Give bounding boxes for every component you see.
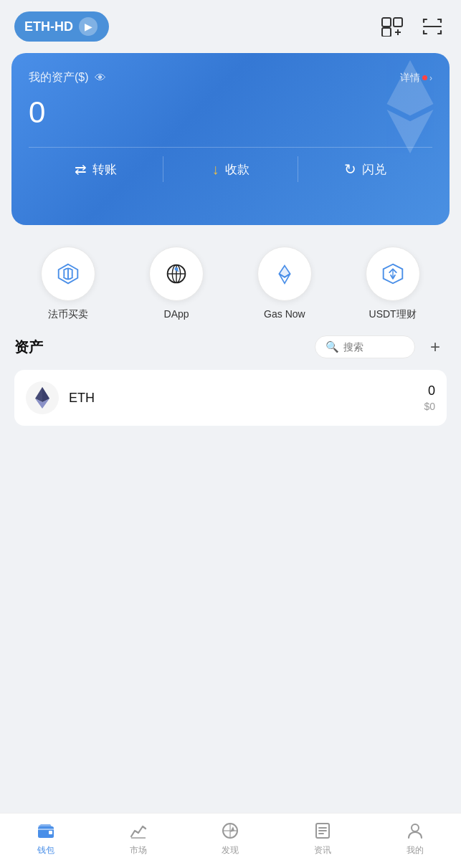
- eth-usd: $0: [424, 401, 435, 412]
- wallet-name: ETH-HD: [24, 19, 73, 34]
- discover-nav-label: 发现: [222, 844, 239, 857]
- usdt-label: USDT理财: [369, 308, 417, 321]
- quick-access: 法币买卖 DApp Gas Now: [0, 225, 461, 335]
- quick-item-fiat[interactable]: 法币买卖: [41, 247, 95, 321]
- fiat-icon-circle: [41, 247, 95, 301]
- news-nav-label: 资讯: [314, 844, 331, 857]
- swap-icon: ↻: [344, 161, 356, 178]
- eye-icon[interactable]: 👁: [95, 72, 106, 85]
- eth-symbol: ETH: [69, 391, 424, 406]
- mine-nav-label: 我的: [407, 844, 424, 857]
- assets-section: 资产 🔍 + ETH 0 $0: [0, 335, 461, 426]
- eth-amount: 0: [424, 383, 435, 399]
- wallet-nav-label: 钱包: [37, 844, 54, 857]
- svg-rect-0: [382, 18, 391, 27]
- svg-point-33: [412, 824, 419, 831]
- wallet-arrow-icon: ▶: [79, 17, 98, 36]
- gasnow-label: Gas Now: [264, 308, 305, 320]
- market-nav-label: 市场: [130, 844, 147, 857]
- svg-marker-7: [387, 60, 434, 115]
- market-nav-icon: [128, 821, 148, 841]
- nav-market[interactable]: 市场: [92, 821, 185, 857]
- mine-nav-icon: [405, 821, 425, 841]
- fiat-label: 法币买卖: [48, 308, 88, 321]
- receive-button[interactable]: ↓ 收款: [163, 148, 298, 191]
- svg-marker-8: [387, 110, 434, 153]
- nav-news[interactable]: 资讯: [277, 821, 369, 857]
- bottom-nav: 钱包 市场 发现: [0, 813, 461, 868]
- asset-label-text: 我的资产($): [29, 70, 89, 85]
- header: ETH-HD ▶: [0, 0, 461, 50]
- eth-watermark: [363, 60, 450, 156]
- add-token-button[interactable]: +: [424, 335, 447, 358]
- scan-add-button[interactable]: [378, 12, 407, 41]
- quick-item-gasnow[interactable]: Gas Now: [257, 247, 312, 321]
- usdt-icon-circle: [366, 247, 420, 301]
- news-nav-icon: [313, 821, 333, 841]
- gasnow-icon-circle: [257, 247, 312, 301]
- transfer-button[interactable]: ⇄ 转账: [29, 148, 163, 191]
- receive-label: 收款: [225, 161, 249, 178]
- quick-item-usdt[interactable]: USDT理财: [366, 247, 420, 321]
- search-bar[interactable]: 🔍: [315, 335, 415, 358]
- dapp-label: DApp: [164, 308, 189, 320]
- asset-label: 我的资产($) 👁: [29, 70, 106, 85]
- eth-logo: [26, 381, 59, 414]
- wallet-nav-icon: [36, 821, 56, 841]
- token-row[interactable]: ETH 0 $0: [14, 370, 447, 426]
- assets-header: 资产 🔍 +: [14, 335, 447, 358]
- nav-wallet[interactable]: 钱包: [0, 821, 92, 857]
- nav-discover[interactable]: 发现: [184, 821, 277, 857]
- nav-mine[interactable]: 我的: [369, 821, 461, 857]
- svg-rect-2: [382, 28, 391, 37]
- search-icon: 🔍: [325, 340, 339, 353]
- search-input[interactable]: [343, 341, 401, 353]
- transfer-icon: ⇄: [75, 161, 87, 178]
- asset-card: 我的资产($) 👁 详情 › 0 ⇄ 转账 ↓ 收款 ↻ 闪兑: [11, 53, 450, 225]
- wallet-selector[interactable]: ETH-HD ▶: [14, 11, 109, 42]
- receive-icon: ↓: [212, 161, 219, 178]
- eth-values: 0 $0: [424, 383, 435, 412]
- header-actions: [378, 12, 447, 41]
- discover-nav-icon: [220, 821, 240, 841]
- assets-title: 资产: [14, 338, 43, 357]
- dapp-icon-circle: [149, 247, 204, 301]
- transfer-label: 转账: [92, 161, 117, 178]
- scan-button[interactable]: [418, 12, 447, 41]
- swap-label: 闪兑: [362, 161, 386, 178]
- svg-rect-24: [49, 831, 52, 834]
- svg-rect-1: [394, 18, 402, 27]
- quick-item-dapp[interactable]: DApp: [149, 247, 204, 321]
